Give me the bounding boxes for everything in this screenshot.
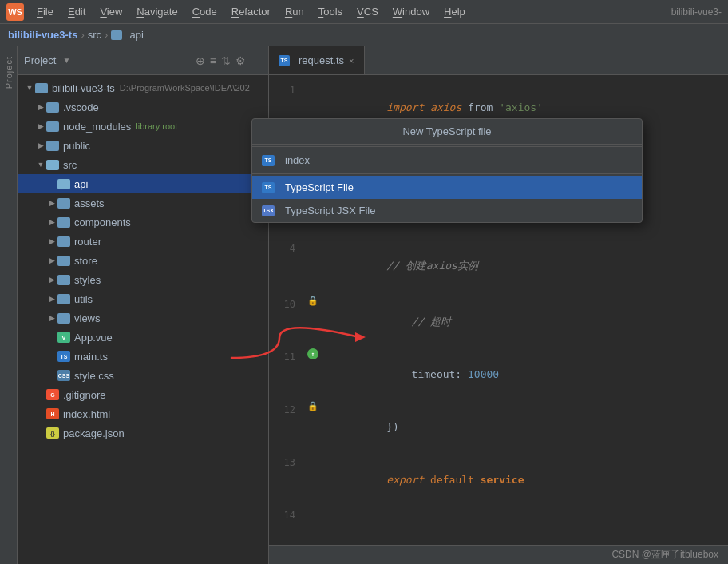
context-menu-ts-label: TypeScript File [285,181,354,193]
folder-icon-utils [57,294,70,304]
tree-item-src[interactable]: ▼ src [18,155,268,174]
tree-arrow-utils: ▶ [46,295,57,303]
panel-icon-sort[interactable]: ⇅ [221,54,231,67]
tree-main-ts-name: main.ts [74,351,108,363]
file-icon-app-vue: V [57,332,70,343]
breadcrumb: bilibili-vue3-ts › src › api [0,24,728,46]
context-menu-sep-mid [252,173,642,174]
tree-item-app-vue[interactable]: V App.vue [18,328,268,347]
menu-file[interactable]: File [30,3,60,20]
menu-tools[interactable]: Tools [312,3,349,20]
tree-item-vscode[interactable]: ▶ .vscode [18,97,268,117]
line-num-10: 10 [269,296,305,313]
tree-root-path: D:\ProgramWorkSpace\IDEA\202 [120,83,250,93]
tree-item-assets[interactable]: ▶ assets [18,193,268,212]
tree-item-package-json[interactable]: {} package.json [18,423,268,443]
breadcrumb-sep1: › [81,29,84,41]
folder-icon-styles [57,275,70,285]
panel-icons: ⊕ ≡ ⇅ ⚙ — [196,54,262,67]
menu-refactor[interactable]: Refactor [225,3,277,20]
folder-icon-components [57,217,70,228]
tree-item-main-ts[interactable]: TS main.ts [18,347,268,366]
menu-help[interactable]: Help [437,3,472,20]
menu-edit[interactable]: Edit [61,3,92,20]
line-num-11: 11 [269,348,305,366]
context-menu-header: New TypeScript file [252,119,642,145]
folder-icon-store [57,256,70,266]
editor-line-4: 4 // 创建axios实例 [269,240,728,292]
main-layout: Project Project ▼ ⊕ ≡ ⇅ ⚙ — ▼ bilibili-v… [0,46,728,564]
line-num-14: 14 [269,506,305,524]
tree-item-api[interactable]: api [18,174,268,193]
menu-vcs[interactable]: VCS [350,3,385,20]
tree-styles-name: styles [74,274,101,286]
gutter-10: 🔒 [305,296,321,306]
context-menu-ts-icon: TS [262,182,275,193]
tab-request-ts[interactable]: TS request.ts × [269,46,365,74]
tree-item-store[interactable]: ▶ store [18,251,268,270]
tree-views-name: views [74,312,101,324]
tree-item-root[interactable]: ▼ bilibili-vue3-ts D:\ProgramWorkSpace\I… [18,78,268,97]
context-menu-item-index[interactable]: TS index [252,149,642,172]
menu-code[interactable]: Code [186,3,224,20]
tree-components-name: components [74,216,131,228]
panel-icon-locate[interactable]: ⊕ [196,54,205,67]
tree-arrow-styles: ▶ [46,276,57,284]
tree-item-router[interactable]: ▶ router [18,232,268,251]
panel-icon-collapse[interactable]: ≡ [210,54,216,67]
menu-navigate[interactable]: Navigate [130,3,184,20]
tree-arrow-views: ▶ [46,314,57,322]
editor-line-12: 12 🔒 }) [269,401,728,454]
tree-arrow-root: ▼ [24,84,35,92]
tab-filename: request.ts [299,54,344,66]
sidebar-strip: Project [0,46,18,564]
breadcrumb-src[interactable]: src [88,29,101,41]
folder-icon-node-modules [46,121,59,132]
tree-arrow-public: ▶ [35,141,46,149]
folder-icon-assets [57,198,70,209]
breadcrumb-folder-icon [111,30,122,40]
editor-line-11: 11 ↑ timeout: 10000 [269,348,728,401]
context-menu-index-icon: TS [262,155,275,166]
breadcrumb-project[interactable]: bilibili-vue3-ts [8,29,77,41]
line-content-4: // 创建axios实例 [321,240,728,292]
context-menu-item-tsx-file[interactable]: TSX TypeScript JSX File [252,199,642,222]
app-icon: WS [6,3,24,21]
tree-item-views[interactable]: ▶ views [18,308,268,328]
menu-run[interactable]: Run [279,3,311,20]
tab-close-button[interactable]: × [349,56,354,66]
tree-vscode-name: .vscode [63,101,99,113]
tree-item-styles[interactable]: ▶ styles [18,270,268,289]
menu-view[interactable]: View [93,3,129,20]
project-panel: Project ▼ ⊕ ≡ ⇅ ⚙ — ▼ bilibili-vue3-ts D… [18,46,269,564]
tree-index-html-name: index.html [63,408,110,420]
context-menu-index-label: index [285,154,310,166]
tree-item-style-css[interactable]: CSS style.css [18,366,268,385]
tree-app-vue-name: App.vue [74,332,113,344]
file-icon-index-html: H [46,408,59,419]
tab-bar: TS request.ts × [269,46,728,75]
up-icon-11: ↑ [307,348,318,359]
tree-public-name: public [63,140,90,152]
breadcrumb-current[interactable]: api [129,29,143,41]
tree-item-gitignore[interactable]: G .gitignore [18,385,268,404]
menu-bar: WS File Edit View Navigate Code Refactor… [0,0,728,24]
context-menu-item-ts-file[interactable]: TS TypeScript File [252,176,642,199]
tree-item-node-modules[interactable]: ▶ node_modules library root [18,117,268,136]
line-num-13: 13 [269,454,305,471]
tree-item-utils[interactable]: ▶ utils [18,289,268,308]
editor-line-10: 10 🔒 // 超时 [269,296,728,348]
editor-line-13: 13 export default service [269,454,728,506]
tree-item-components[interactable]: ▶ components [18,212,268,232]
tree-utils-name: utils [74,293,93,305]
project-name-right: bilibili-vue3- [671,6,722,18]
tree-store-name: store [74,255,97,267]
menu-window[interactable]: Window [386,3,436,20]
file-icon-style-css: CSS [57,370,70,381]
context-menu-tsx-label: TypeScript JSX File [285,205,375,216]
tree-item-public[interactable]: ▶ public [18,136,268,155]
panel-icon-settings[interactable]: ⚙ [235,54,246,67]
tree-arrow-vscode: ▶ [35,103,46,111]
panel-icon-minimize[interactable]: — [251,54,262,67]
tree-item-index-html[interactable]: H index.html [18,404,268,423]
